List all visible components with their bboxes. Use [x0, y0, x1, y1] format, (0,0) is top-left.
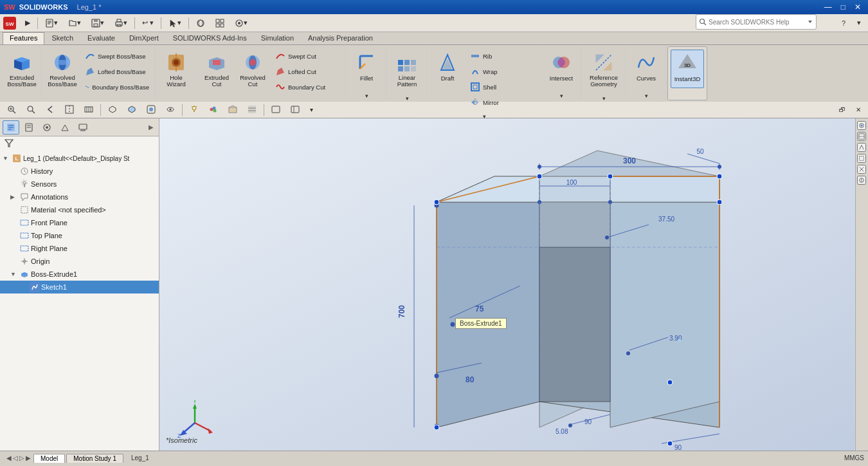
panel-expand-arrow[interactable]: ▶ — [146, 122, 156, 133]
grid-btn[interactable] — [211, 16, 229, 30]
shaded-btn[interactable] — [123, 104, 141, 116]
open-btn[interactable]: ▾ — [64, 16, 86, 30]
undo-btn[interactable]: ↩ ▾ — [138, 16, 158, 30]
display-mode-btn[interactable] — [142, 104, 160, 116]
print-btn[interactable]: ▾ — [110, 16, 132, 30]
lofted-cut-btn[interactable]: Lofted Cut — [272, 64, 343, 79]
tree-sensors[interactable]: Sensors — [0, 178, 159, 191]
right-panel-btn-6[interactable] — [857, 176, 866, 185]
arrow-btn[interactable]: ▶ — [21, 16, 35, 30]
dimxpert-manager-tab[interactable] — [57, 120, 73, 135]
intersect-btn[interactable]: Intersect — [545, 49, 578, 88]
tree-sketch1[interactable]: Sketch1 — [0, 281, 159, 294]
view-orient-btn[interactable] — [80, 104, 98, 116]
zoom-window-btn[interactable] — [22, 104, 40, 116]
save-btn[interactable]: ▾ — [87, 16, 109, 30]
titlebar-controls[interactable]: — □ ✕ — [821, 1, 864, 13]
fillet-expand-btn[interactable]: ▾ — [359, 91, 374, 100]
scroll-prev-btn[interactable]: ◁ — [13, 454, 18, 461]
wrap-btn[interactable]: Wrap — [467, 64, 538, 79]
feature-manager-tab[interactable] — [3, 120, 19, 135]
hole-wizard-btn[interactable]: HoleWizard — [159, 49, 193, 91]
revolved-boss-btn[interactable]: RevolvedBoss/Base — [46, 49, 79, 91]
curves-expand-btn[interactable]: ▾ — [639, 91, 654, 100]
property-manager-tab[interactable] — [21, 120, 37, 135]
lofted-boss-btn[interactable]: Lofted Boss/Base — [82, 64, 152, 79]
wireframe-btn[interactable] — [104, 104, 122, 116]
config-manager-tab[interactable] — [39, 120, 55, 135]
shell-btn[interactable]: Shell — [467, 80, 538, 94]
right-panel-btn-5[interactable] — [857, 165, 866, 174]
scroll-right-btn[interactable]: ▶ — [26, 454, 31, 461]
tree-right-plane[interactable]: Right Plane — [0, 242, 159, 255]
tree-origin[interactable]: Origin — [0, 255, 159, 268]
view-settings-btn[interactable] — [243, 104, 261, 116]
scroll-left-btn[interactable]: ◀ — [6, 454, 12, 461]
extruded-cut-btn[interactable]: ExtrudedCut — [200, 49, 233, 91]
curves-btn[interactable]: Curves — [629, 49, 663, 88]
search-input[interactable] — [709, 19, 805, 26]
screen-mode-btn[interactable] — [267, 104, 285, 116]
right-panel-btn-1[interactable] — [857, 121, 866, 130]
minimize-btn[interactable]: — — [821, 1, 835, 13]
maximize-btn[interactable]: □ — [838, 1, 849, 13]
intersect-expand-btn[interactable]: ▾ — [554, 91, 569, 100]
mirror-btn[interactable]: Mirror — [467, 95, 538, 109]
tab-evaluate[interactable]: Evaluate — [80, 32, 122, 44]
zoom-to-fit-btn[interactable] — [3, 104, 21, 116]
filter-btn[interactable] — [3, 136, 15, 150]
fillet-btn[interactable]: Fillet — [350, 49, 383, 88]
tab-sketch[interactable]: Sketch — [44, 32, 80, 44]
tab-simulation[interactable]: Simulation — [254, 32, 301, 44]
right-panel-btn-3[interactable] — [857, 143, 866, 152]
close-view-btn[interactable]: ✕ — [851, 104, 865, 116]
right-panel-btn-4[interactable] — [857, 154, 866, 163]
appearances-btn[interactable] — [204, 104, 222, 116]
tree-history[interactable]: History — [0, 165, 159, 178]
scenes-btn[interactable] — [224, 104, 242, 116]
panel-expand-btn[interactable] — [286, 104, 304, 116]
help-btn[interactable]: ? — [837, 16, 850, 30]
close-btn[interactable]: ✕ — [851, 1, 864, 13]
select-btn[interactable]: ▾ — [164, 16, 186, 30]
scroll-next-btn[interactable]: ▷ — [19, 454, 24, 461]
instant3d-btn[interactable]: 3D Instant3D — [671, 50, 704, 88]
tree-annotations[interactable]: ▶ Annotations — [0, 191, 159, 203]
sphere-btn[interactable] — [192, 16, 210, 30]
tab-dimxpert[interactable]: DimXpert — [122, 32, 166, 44]
tree-root[interactable]: ▼ L Leg_1 (Default<<Default>_Display St — [0, 152, 159, 165]
tree-top-plane[interactable]: Top Plane — [0, 229, 159, 242]
restore-view-btn[interactable]: 🗗 — [835, 104, 850, 116]
boundary-boss-btn[interactable]: Boundary Boss/Base — [82, 80, 152, 94]
swept-boss-btn[interactable]: Swept Boss/Base — [82, 49, 152, 63]
pattern-expand-btn[interactable]: ▾ — [400, 94, 415, 103]
lighting-btn[interactable] — [185, 104, 203, 116]
tab-addins[interactable]: SOLIDWORKS Add-Ins — [166, 32, 254, 44]
boundary-cut-btn[interactable]: Boundary Cut — [272, 80, 343, 94]
ref-geometry-btn[interactable]: ReferenceGeometry — [585, 49, 622, 91]
tab-features[interactable]: Features — [3, 32, 44, 44]
scroll-arrows[interactable]: ◀ ◁ ▷ ▶ — [6, 454, 31, 461]
prev-view-btn[interactable] — [41, 104, 59, 116]
section-view-btn[interactable] — [60, 104, 78, 116]
viewport[interactable]: 300 50 37.50 100 75 3.90 — [159, 118, 855, 451]
extruded-boss-btn[interactable]: ExtrudedBoss/Base — [5, 49, 39, 91]
tree-front-plane[interactable]: Front Plane — [0, 216, 159, 229]
hide-show-btn[interactable] — [161, 104, 179, 116]
new-btn[interactable]: ▾ — [41, 16, 62, 30]
options-btn[interactable]: ▾ — [230, 16, 252, 30]
right-panel-btn-2[interactable] — [857, 132, 866, 141]
linear-pattern-btn[interactable]: LinearPattern — [390, 49, 424, 91]
swept-cut-btn[interactable]: Swept Cut — [272, 49, 343, 63]
search-box[interactable] — [696, 14, 817, 30]
revolved-cut-btn[interactable]: RevolvedCut — [236, 49, 269, 91]
tab-model[interactable]: Model — [33, 454, 65, 463]
more-btn[interactable]: ▾ — [853, 16, 865, 30]
rib-btn[interactable]: Rib — [467, 49, 538, 63]
tree-boss-extrude1[interactable]: ▼ Boss-Extrude1 — [0, 268, 159, 281]
ref-geometry-expand-btn[interactable]: ▾ — [597, 94, 611, 103]
display-manager-tab[interactable] — [75, 120, 91, 135]
tab-motion-study[interactable]: Motion Study 1 — [66, 454, 123, 463]
draft-btn[interactable]: Draft — [431, 49, 464, 88]
more-views-btn[interactable]: ▾ — [305, 104, 318, 116]
